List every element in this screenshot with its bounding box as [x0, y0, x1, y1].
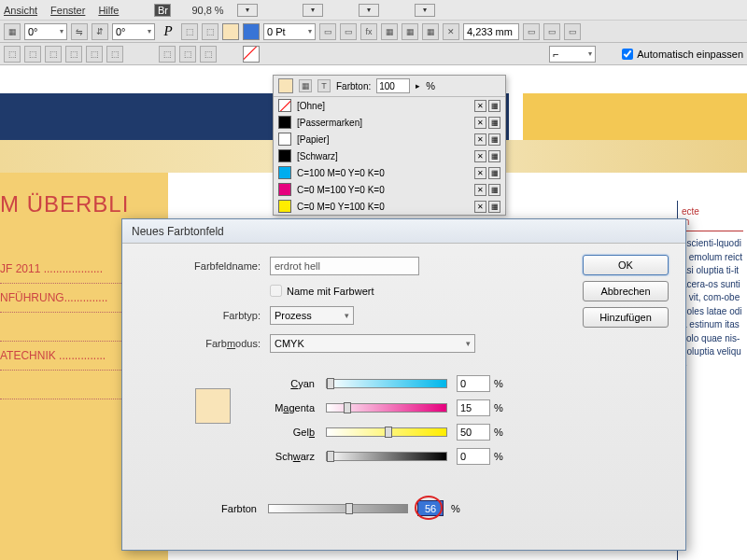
paragraph-icon[interactable]: P: [159, 23, 177, 40]
wrap-icon-3[interactable]: ▦: [422, 23, 439, 40]
doc-right-column: ecte m escienti-lquodis emolum reictasi …: [677, 201, 747, 560]
wrap-icon-1[interactable]: ▦: [381, 23, 398, 40]
shear-select[interactable]: 0°: [112, 23, 155, 40]
arrange-icon[interactable]: [359, 4, 379, 17]
icon-b[interactable]: ⬚: [202, 23, 218, 40]
icon-r2-8[interactable]: ⬚: [179, 46, 196, 63]
bridge-icon[interactable]: Br: [154, 4, 171, 17]
swatch-name: C=100 M=0 Y=0 K=0: [297, 168, 469, 178]
swatch-name: C=0 M=0 Y=100 K=0: [297, 202, 469, 212]
crop-icon[interactable]: ✕: [443, 23, 459, 40]
swatch-mode-icon: ▦: [488, 184, 500, 196]
swatch-type-icon: ✕: [474, 133, 486, 146]
cyan-label: Cyan: [139, 378, 326, 389]
gelb-value[interactable]: 50: [457, 424, 490, 441]
fill-swatch[interactable]: [222, 23, 239, 40]
wrap-icon-2[interactable]: ▦: [402, 23, 418, 40]
measure-field[interactable]: 4,233 mm: [463, 23, 519, 40]
swatch-color-icon: [278, 149, 291, 162]
icon-r2-7[interactable]: ⬚: [159, 46, 176, 63]
schwarz-slider[interactable]: [326, 452, 447, 461]
farbton-input[interactable]: [376, 78, 410, 93]
cancel-button[interactable]: Abbrechen: [583, 281, 669, 301]
cyan-slider[interactable]: [326, 379, 447, 388]
swatch-name: C=0 M=100 Y=0 K=0: [297, 185, 469, 195]
rotate-select[interactable]: 0°: [24, 23, 67, 40]
swatch-mode-icon: ▦: [488, 167, 500, 179]
swatch-row[interactable]: [Papier]✕▦: [274, 131, 505, 147]
swatch-type-icon: ✕: [474, 100, 486, 112]
menu-hilfe[interactable]: Hilfe: [98, 5, 119, 16]
gelb-slider[interactable]: [326, 427, 447, 437]
schwarz-label: Schwarz: [139, 451, 326, 462]
swatch-color-icon: [278, 99, 291, 112]
magenta-slider[interactable]: [326, 403, 447, 413]
swatches-panel: ▦ T Farbton: ▸ % [Ohne]✕▦[Passermarken]✕…: [273, 75, 506, 216]
icon-r2-5[interactable]: ⬚: [86, 46, 103, 63]
autofit-checkbox[interactable]: Automatisch einpassen: [622, 49, 743, 60]
swatch-name: [Papier]: [297, 134, 469, 145]
gelb-label: Gelb: [139, 427, 326, 438]
swatch-mode-icon[interactable]: ▦: [299, 79, 312, 92]
farbton-label: Farbton: [139, 503, 268, 514]
add-button[interactable]: Hinzufügen: [583, 307, 669, 328]
corner-select[interactable]: ⌐: [549, 46, 596, 63]
icon-r2-2[interactable]: ⬚: [24, 46, 41, 63]
doc-heading: M ÜBERBLI: [0, 191, 159, 217]
flip-h-icon[interactable]: ⇋: [71, 23, 88, 40]
icon-r2-3[interactable]: ⬚: [45, 46, 62, 63]
menu-bar: Ansicht Fenster Hilfe Br 90,8 %: [0, 0, 747, 21]
swatch-name-input[interactable]: [270, 257, 419, 275]
swatch-row[interactable]: C=0 M=100 Y=0 K=0✕▦: [274, 181, 505, 198]
swatch-type-icon: ✕: [474, 117, 486, 129]
menu-fenster[interactable]: Fenster: [50, 5, 85, 16]
cyan-value[interactable]: 0: [457, 375, 490, 392]
color-mode-select[interactable]: CMYK: [270, 334, 475, 353]
fit-icon-2[interactable]: ▭: [543, 23, 560, 40]
stroke-swatch[interactable]: [243, 23, 260, 40]
stroke-weight[interactable]: 0 Pt: [263, 23, 316, 40]
fx-icon[interactable]: fx: [360, 23, 377, 40]
swatch-row[interactable]: [Schwarz]✕▦: [274, 147, 505, 164]
swatch-mode-icon: ▦: [488, 100, 500, 112]
menu-ansicht[interactable]: Ansicht: [4, 5, 37, 16]
none-swatch-icon[interactable]: [243, 46, 260, 63]
fit-icon-1[interactable]: ▭: [523, 23, 540, 40]
icon-a[interactable]: ⬚: [181, 23, 198, 40]
icon-c[interactable]: ▭: [319, 23, 336, 40]
swatch-type-icon: ✕: [474, 150, 486, 162]
swatch-mode-icon: ▦: [488, 150, 500, 162]
swatch-mode-icon: ▦: [488, 117, 500, 129]
swatch-mode-icon: ▦: [488, 133, 500, 146]
fit-icon-3[interactable]: ▭: [564, 23, 581, 40]
icon-d[interactable]: ▭: [340, 23, 357, 40]
screen-mode-icon[interactable]: [303, 4, 323, 17]
swatch-row[interactable]: [Passermarken]✕▦: [274, 114, 505, 131]
swatch-row[interactable]: C=100 M=0 Y=0 K=0✕▦: [274, 164, 505, 181]
farbton-pct: %: [426, 80, 435, 91]
ok-button[interactable]: OK: [583, 255, 669, 275]
doc-yellow-bar: [523, 93, 747, 140]
swatch-name: [Ohne]: [297, 101, 469, 111]
icon-1[interactable]: ▦: [4, 23, 21, 40]
farbton-label: Farbton:: [336, 81, 371, 91]
swatch-name: [Passermarken]: [297, 118, 469, 128]
icon-r2-1[interactable]: ⬚: [4, 46, 21, 63]
name-with-value-checkbox[interactable]: Name mit Farbwert: [270, 285, 374, 297]
swatch-row[interactable]: C=0 M=0 Y=100 K=0✕▦: [274, 198, 505, 215]
magenta-value[interactable]: 15: [457, 399, 490, 416]
farbton-slider[interactable]: [268, 504, 408, 513]
flip-v-icon[interactable]: ⇵: [92, 23, 108, 40]
color-type-select[interactable]: Prozess: [270, 306, 354, 325]
workspace-icon[interactable]: [415, 4, 435, 17]
current-swatch-icon[interactable]: [278, 78, 293, 93]
swatch-row[interactable]: [Ohne]✕▦: [274, 97, 505, 114]
swatch-t-icon[interactable]: T: [317, 79, 331, 92]
icon-r2-9[interactable]: ⬚: [200, 46, 217, 63]
zoom-level[interactable]: 90,8 %: [191, 5, 223, 16]
zoom-dropdown[interactable]: [237, 4, 258, 17]
icon-r2-6[interactable]: ⬚: [106, 46, 123, 63]
icon-r2-4[interactable]: ⬚: [65, 46, 82, 63]
magenta-label: Magenta: [139, 402, 326, 413]
schwarz-value[interactable]: 0: [457, 448, 490, 465]
